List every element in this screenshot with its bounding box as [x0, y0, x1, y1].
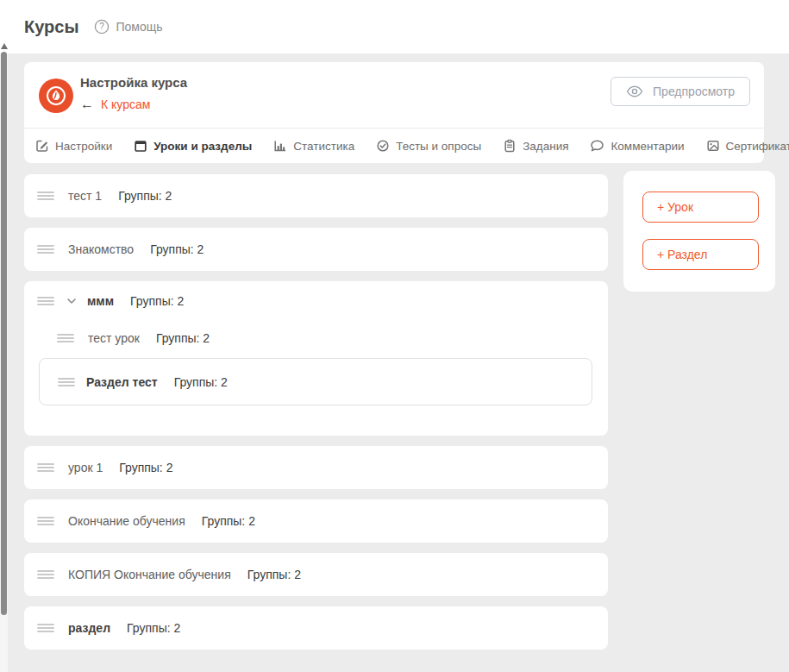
groups-count: Группы: 2: [202, 514, 255, 528]
course-logo: [39, 79, 73, 113]
calendar-icon: [134, 139, 147, 153]
tab-statistics[interactable]: Статистика: [273, 139, 354, 153]
lesson-row[interactable]: КОПИЯ Окончание обучения Группы: 2: [24, 553, 608, 596]
lesson-title[interactable]: Знакомство: [68, 242, 134, 256]
lesson-title[interactable]: КОПИЯ Окончание обучения: [68, 568, 231, 581]
left-scrollbar-track[interactable]: [0, 53, 8, 672]
tab-comments[interactable]: Комментарии: [590, 139, 684, 153]
help-link[interactable]: ? Помощь: [94, 19, 163, 35]
tab-label: Задания: [523, 140, 568, 153]
eye-icon: [626, 85, 643, 97]
groups-count: Группы: 2: [130, 294, 184, 308]
section-title[interactable]: ммм: [87, 294, 114, 308]
drag-handle-icon[interactable]: [36, 243, 55, 255]
nested-lesson-row[interactable]: тест урок Группы: 2: [24, 308, 608, 345]
tab-settings[interactable]: Настройки: [35, 139, 112, 153]
drag-handle-icon[interactable]: [36, 515, 55, 527]
lesson-row[interactable]: урок 1 Группы: 2: [24, 446, 608, 489]
back-to-courses-link[interactable]: ← К курсам: [80, 97, 187, 111]
course-tabs: Настройки Уроки и разделы Статистика Тес…: [24, 129, 764, 163]
tab-lessons-sections[interactable]: Уроки и разделы: [134, 139, 252, 153]
groups-count: Группы: 2: [247, 568, 301, 581]
tab-label: Настройки: [55, 140, 112, 153]
section-row-expanded: ммм Группы: 2 тест урок Группы: 2 Раздел…: [24, 281, 608, 436]
lesson-row[interactable]: тест 1 Группы: 2: [24, 174, 608, 217]
nested-section-row[interactable]: Раздел тест Группы: 2: [39, 358, 592, 405]
groups-count: Группы: 2: [150, 242, 204, 256]
svg-text:?: ?: [99, 22, 104, 31]
lesson-row[interactable]: Окончание обучения Группы: 2: [24, 499, 608, 543]
add-section-button[interactable]: + Раздел: [642, 239, 759, 270]
tab-assignments[interactable]: Задания: [503, 139, 568, 153]
lesson-title[interactable]: Окончание обучения: [68, 514, 185, 528]
help-label: Помощь: [116, 20, 163, 34]
drag-handle-icon[interactable]: [36, 462, 55, 474]
image-icon: [706, 139, 720, 153]
actions-sidebar: + Урок + Раздел: [623, 171, 775, 292]
lesson-row[interactable]: Знакомство Группы: 2: [24, 228, 608, 271]
groups-count: Группы: 2: [127, 621, 180, 635]
tab-label: Комментарии: [611, 140, 684, 153]
page-title: Курсы: [24, 17, 79, 37]
add-lesson-button[interactable]: + Урок: [642, 192, 759, 223]
lesson-title[interactable]: урок 1: [68, 461, 103, 474]
lesson-title[interactable]: тест урок: [88, 331, 140, 345]
bar-chart-icon: [273, 139, 287, 153]
content-area: Настройка курса ← К курсам Предпросмотр …: [0, 53, 789, 672]
section-title[interactable]: Раздел тест: [86, 375, 158, 389]
preview-button[interactable]: Предпросмотр: [611, 77, 750, 106]
drag-handle-icon[interactable]: [57, 376, 76, 388]
tab-label: Статистика: [293, 140, 354, 153]
clipboard-icon: [503, 139, 517, 153]
left-arrow-icon: ←: [80, 99, 94, 110]
preview-button-label: Предпросмотр: [653, 85, 735, 98]
edit-icon: [35, 139, 49, 153]
course-settings-title: Настройка курса: [80, 75, 187, 90]
scrollbar-up-arrow-icon[interactable]: [1, 43, 8, 49]
section-title[interactable]: раздел: [68, 621, 110, 635]
back-link-label: К курсам: [101, 97, 150, 111]
drag-handle-icon[interactable]: [56, 332, 75, 344]
tab-label: Уроки и разделы: [153, 140, 252, 153]
drag-handle-icon[interactable]: [36, 622, 55, 634]
page-header: Курсы ? Помощь: [0, 0, 789, 53]
section-row[interactable]: раздел Группы: 2: [24, 606, 608, 650]
drag-handle-icon[interactable]: [36, 568, 55, 581]
lessons-list: тест 1 Группы: 2 Знакомство Группы: 2 мм…: [24, 174, 608, 660]
course-settings-card: Настройка курса ← К курсам Предпросмотр …: [24, 62, 764, 163]
groups-count: Группы: 2: [118, 189, 172, 203]
groups-count: Группы: 2: [119, 461, 172, 474]
tab-certificates[interactable]: Сертификаты: [706, 139, 789, 153]
question-circle-icon: ?: [94, 19, 110, 35]
comment-icon: [590, 139, 604, 153]
tab-label: Сертификаты: [726, 140, 789, 153]
groups-count: Группы: 2: [156, 331, 210, 345]
tab-label: Тесты и опросы: [396, 140, 481, 153]
check-circle-icon: [376, 139, 390, 153]
chevron-down-icon[interactable]: [65, 294, 78, 308]
drag-handle-icon[interactable]: [36, 295, 55, 307]
scrollbar-thumb[interactable]: [1, 52, 7, 615]
lesson-title[interactable]: тест 1: [68, 189, 102, 203]
flame-icon: [41, 81, 71, 110]
tab-tests-surveys[interactable]: Тесты и опросы: [376, 139, 481, 153]
groups-count: Группы: 2: [174, 375, 228, 389]
drag-handle-icon[interactable]: [36, 190, 55, 202]
